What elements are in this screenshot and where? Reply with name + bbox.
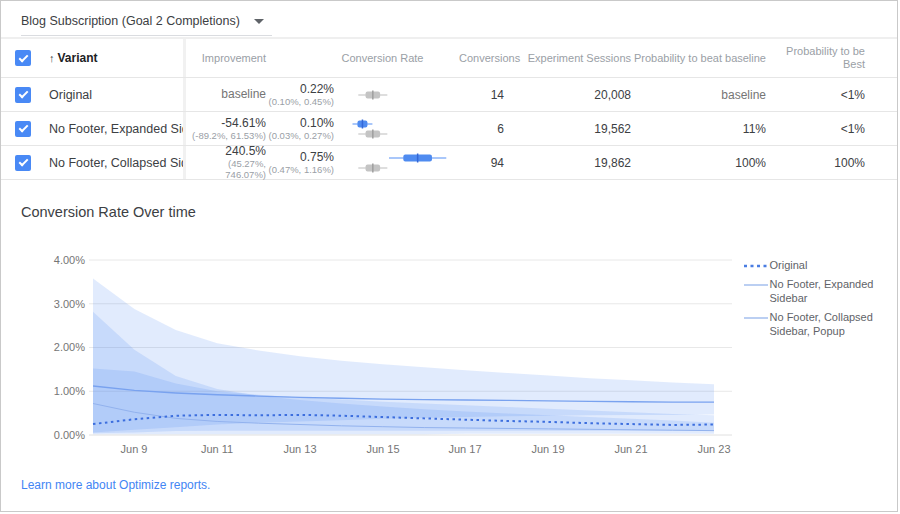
x-axis-tick-labels: Jun 9 Jun 11 Jun 13 Jun 15 Jun 17 Jun 19… [121, 443, 731, 455]
conversion-rate-cell: 0.22% (0.10%, 0.45%) [266, 83, 334, 107]
x-tick: Jun 21 [614, 443, 647, 455]
solid-line-swatch-icon [742, 312, 770, 324]
x-tick: Jun 11 [201, 443, 233, 455]
dropdown-caret-icon [254, 19, 264, 24]
prob-beat-value: 11% [631, 122, 766, 136]
legend-label: No Footer, Expanded Sidebar [770, 277, 897, 305]
conversions-value: 94 [459, 156, 504, 170]
results-table-header: ↑Variant Improvement Conversion Rate Con… [1, 39, 897, 78]
conversion-rate-cell: 0.10% (0.03%, 0.27%) [266, 117, 334, 141]
conversions-value: 14 [459, 88, 504, 102]
variant-cell-group: No Footer, Expanded Side... [1, 112, 186, 145]
legend-label: Original [770, 258, 808, 272]
variant-header-label: Variant [58, 51, 98, 65]
sort-ascending-icon: ↑ [49, 52, 55, 64]
checkmark-icon [18, 52, 28, 62]
checkbox-cell [1, 87, 45, 103]
row-checkbox[interactable] [15, 155, 31, 171]
conversion-rate-value: 0.75% [266, 151, 334, 164]
y-tick: 4.00% [54, 254, 85, 266]
conversion-rate-ci: (0.03%, 0.27%) [266, 130, 334, 141]
conversion-rate-value: 0.22% [266, 83, 334, 96]
checkbox-cell [1, 121, 45, 137]
y-tick: 3.00% [54, 298, 85, 310]
variant-cell-group: Original [1, 78, 186, 111]
goal-selector-value: Blog Subscription (Goal 2 Completions) [21, 14, 240, 28]
x-tick: Jun 13 [283, 443, 316, 455]
chart-area: 0.00% 1.00% 2.00% 3.00% 4.00% Jun 9 Jun … [21, 246, 897, 458]
variant-cell-group: No Footer, Collapsed Side... [1, 146, 186, 179]
table-row-collapsed-sidebar: No Footer, Collapsed Side... 240.5% (45.… [1, 146, 897, 180]
row-checkbox[interactable] [15, 121, 31, 137]
sessions-value: 19,862 [504, 156, 631, 170]
improvement-ci: (-89.2%, 61.53%) [186, 130, 266, 141]
checkmark-icon [18, 89, 28, 99]
ci-boxplot-cell [334, 114, 459, 144]
x-tick: Jun 17 [448, 443, 481, 455]
prob-best-value: 100% [766, 156, 883, 170]
checkmark-icon [18, 123, 28, 133]
solid-line-swatch-icon [742, 279, 770, 291]
conversion-rate-ci: (0.47%, 1.16%) [266, 164, 334, 175]
learn-more-link[interactable]: Learn more about Optimize reports. [21, 478, 210, 492]
sessions-column-header: Experiment Sessions [504, 52, 631, 65]
improvement-value: baseline [186, 88, 266, 101]
variant-column-header[interactable]: ↑Variant [45, 51, 183, 65]
select-all-checkbox[interactable] [15, 50, 31, 66]
chart-legend: Original No Footer, Expanded Sidebar No … [742, 246, 897, 458]
checkbox-cell [1, 155, 45, 171]
y-tick: 1.00% [54, 385, 85, 397]
conversion-rate-ci: (0.10%, 0.45%) [266, 96, 334, 107]
ci-boxplot [346, 148, 458, 178]
prob-beat-value: 100% [631, 156, 766, 170]
row-checkbox[interactable] [15, 87, 31, 103]
variant-name: Original [45, 88, 183, 102]
table-row-original: Original baseline 0.22% (0.10%, 0.45%) 1… [1, 78, 897, 112]
prob-best-value: <1% [766, 122, 883, 136]
prob-best-column-header: Probability to be Best [766, 45, 883, 71]
variant-name: No Footer, Expanded Side... [45, 122, 183, 136]
improvement-cell: 240.5% (45.27%, 746.07%) [186, 145, 266, 180]
dotted-line-swatch-icon [742, 260, 770, 272]
conversion-rate-value: 0.10% [266, 117, 334, 130]
header-checkbox-cell [1, 50, 45, 66]
y-tick: 0.00% [54, 429, 85, 441]
goal-selector-dropdown[interactable]: Blog Subscription (Goal 2 Completions) [21, 14, 272, 36]
report-toolbar: Blog Subscription (Goal 2 Completions) [1, 1, 897, 39]
x-tick: Jun 15 [366, 443, 399, 455]
prob-beat-value: baseline [631, 88, 766, 102]
legend-item-collapsed-sidebar[interactable]: No Footer, Collapsed Sidebar, Popup [742, 310, 897, 338]
checkmark-icon [18, 157, 28, 167]
conversion-rate-column-header: Conversion Rate [266, 52, 459, 65]
improvement-cell: baseline [186, 88, 266, 101]
y-axis-tick-labels: 0.00% 1.00% 2.00% 3.00% 4.00% [54, 254, 85, 441]
improvement-cell: -54.61% (-89.2%, 61.53%) [186, 117, 266, 141]
sessions-value: 20,008 [504, 88, 631, 102]
improvement-value: -54.61% [186, 117, 266, 130]
ci-boxplot [346, 114, 458, 144]
sessions-value: 19,562 [504, 122, 631, 136]
conversions-value: 6 [459, 122, 504, 136]
prob-best-value: <1% [766, 88, 883, 102]
x-tick: Jun 23 [697, 443, 730, 455]
optimize-report-page: Blog Subscription (Goal 2 Completions) ↑… [0, 0, 898, 512]
y-tick: 2.00% [54, 341, 85, 353]
conversion-rate-cell: 0.75% (0.47%, 1.16%) [266, 151, 334, 175]
chart-plot [93, 278, 714, 434]
conversion-rate-chart[interactable]: 0.00% 1.00% 2.00% 3.00% 4.00% Jun 9 Jun … [21, 246, 732, 458]
ci-boxplot [346, 80, 458, 110]
improvement-value: 240.5% [186, 145, 266, 158]
table-row-expanded-sidebar: No Footer, Expanded Side... -54.61% (-89… [1, 112, 897, 146]
conversions-column-header: Conversions [459, 52, 504, 65]
improvement-column-header: Improvement [186, 52, 266, 65]
legend-item-expanded-sidebar[interactable]: No Footer, Expanded Sidebar [742, 277, 897, 305]
chart-title: Conversion Rate Over time [21, 204, 897, 220]
improvement-ci: (45.27%, 746.07%) [186, 158, 266, 180]
legend-item-original[interactable]: Original [742, 258, 897, 272]
x-tick: Jun 9 [121, 443, 148, 455]
ci-boxplot-cell [334, 80, 459, 110]
variant-name: No Footer, Collapsed Side... [45, 156, 183, 170]
ci-boxplot-cell [334, 148, 459, 178]
prob-beat-column-header: Probability to beat baseline [631, 52, 766, 65]
x-tick: Jun 19 [531, 443, 564, 455]
